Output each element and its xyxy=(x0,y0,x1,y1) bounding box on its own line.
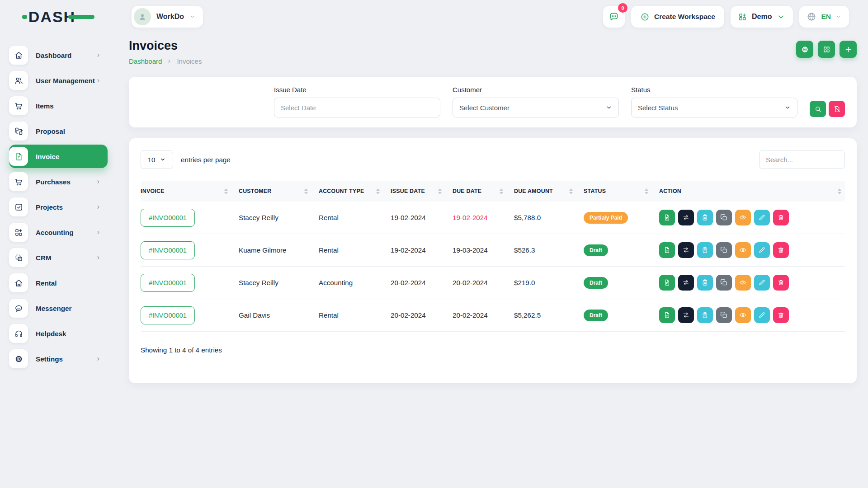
table-search-input[interactable] xyxy=(759,150,845,169)
sidebar-item-settings[interactable]: Settings xyxy=(9,347,108,371)
copy-action-button[interactable] xyxy=(716,210,732,225)
chevron-right-icon xyxy=(95,78,101,84)
edit-action-button[interactable] xyxy=(754,307,770,323)
file-action-button[interactable] xyxy=(659,210,675,225)
view-action-button[interactable] xyxy=(735,307,751,323)
copy-icon xyxy=(720,214,728,221)
clipboard-action-button[interactable] xyxy=(697,275,713,291)
sidebar-item-rental[interactable]: Rental xyxy=(9,271,108,295)
sidebar-item-label: User Management xyxy=(36,77,95,84)
delete-action-button[interactable] xyxy=(773,242,789,258)
sidebar-item-accounting[interactable]: Accounting xyxy=(9,221,108,244)
invoice-number-link[interactable]: #INVO00001 xyxy=(141,209,195,227)
copy-action-button[interactable] xyxy=(716,307,732,323)
view-action-button[interactable] xyxy=(735,275,751,291)
column-header-due-date[interactable]: DUE DATE xyxy=(453,181,514,202)
sort-icon xyxy=(376,188,380,194)
column-header-issue-date[interactable]: ISSUE DATE xyxy=(391,181,453,202)
trash-icon xyxy=(777,311,785,319)
column-header-invoice[interactable]: INVOICE xyxy=(141,181,239,202)
table-header-row: INVOICE CUSTOMER ACCOUNT TYPE ISSUE DATE… xyxy=(141,181,845,202)
delete-action-button[interactable] xyxy=(773,210,789,225)
sidebar-item-dashboard[interactable]: Dashboard xyxy=(9,43,108,67)
delete-action-button[interactable] xyxy=(773,275,789,291)
issue-date-cell: 19-02-2024 xyxy=(391,202,453,234)
sidebar-item-label: Accounting xyxy=(36,229,74,236)
create-workspace-button[interactable]: Create Workspace xyxy=(631,6,724,28)
invoice-number-link[interactable]: #INVO00001 xyxy=(141,306,195,324)
reset-filter-button[interactable] xyxy=(829,101,845,117)
language-selector[interactable]: EN xyxy=(799,6,849,28)
customer-field: Customer Select Customer xyxy=(453,86,619,127)
due-date-cell: 20-02-2024 xyxy=(453,299,514,331)
edit-action-button[interactable] xyxy=(754,242,770,258)
file-action-button[interactable] xyxy=(659,242,675,258)
convert-action-button[interactable] xyxy=(678,275,694,291)
convert-action-button[interactable] xyxy=(678,242,694,258)
due-amount-cell: $219.0 xyxy=(514,267,584,299)
entries-per-page-select[interactable]: 10 xyxy=(141,150,173,169)
clipboard-action-button[interactable] xyxy=(697,307,713,323)
sidebar-item-helpdesk[interactable]: Helpdesk xyxy=(9,322,108,345)
invoice-icon xyxy=(9,147,28,166)
frames-icon xyxy=(9,248,28,267)
clipboard-action-button[interactable] xyxy=(697,210,713,225)
customer-select[interactable]: Select Customer xyxy=(453,98,619,117)
sidebar-item-crm[interactable]: CRM xyxy=(9,246,108,269)
eye-icon xyxy=(739,246,747,254)
notification-badge: 0 xyxy=(618,3,627,13)
sidebar-item-projects[interactable]: Projects xyxy=(9,195,108,219)
workspace-name: WorkDo xyxy=(156,13,184,21)
copy-icon xyxy=(720,279,728,286)
chevron-down-icon xyxy=(605,104,613,111)
convert-action-button[interactable] xyxy=(678,210,694,225)
invoice-number-link[interactable]: #INVO00001 xyxy=(141,274,195,292)
add-invoice-button[interactable] xyxy=(840,41,857,58)
copy-action-button[interactable] xyxy=(716,275,732,291)
sidebar-item-invoice[interactable]: Invoice xyxy=(9,145,108,168)
due-amount-cell: $526.3 xyxy=(514,234,584,266)
view-action-button[interactable] xyxy=(735,242,751,258)
eye-icon xyxy=(739,311,747,319)
column-header-account-type[interactable]: ACCOUNT TYPE xyxy=(319,181,391,202)
file-action-button[interactable] xyxy=(659,275,675,291)
search-icon xyxy=(814,105,822,113)
top-header: DASH WorkDo 0 Create Workspace Demo EN xyxy=(0,0,868,33)
view-action-button[interactable] xyxy=(735,210,751,225)
delete-action-button[interactable] xyxy=(773,307,789,323)
clipboard-action-button[interactable] xyxy=(697,242,713,258)
edit-action-button[interactable] xyxy=(754,275,770,291)
column-header-customer[interactable]: CUSTOMER xyxy=(239,181,319,202)
notifications-button[interactable]: 0 xyxy=(603,6,625,28)
breadcrumb-dashboard-link[interactable]: Dashboard xyxy=(129,57,162,65)
workspace-switcher[interactable]: WorkDo xyxy=(132,6,203,28)
issue-date-input[interactable] xyxy=(274,98,440,117)
copy-action-button[interactable] xyxy=(716,242,732,258)
language-label: EN xyxy=(821,13,831,21)
chevron-right-icon xyxy=(166,58,172,64)
home-icon xyxy=(9,273,28,292)
sidebar-item-user-management[interactable]: User Management xyxy=(9,69,108,92)
file-action-button[interactable] xyxy=(659,307,675,323)
column-header-due-amount[interactable]: DUE AMOUNT xyxy=(514,181,584,202)
settings-button[interactable] xyxy=(796,41,813,58)
convert-action-button[interactable] xyxy=(678,307,694,323)
grid-view-button[interactable] xyxy=(818,41,835,58)
breadcrumb: Dashboard Invoices xyxy=(129,57,202,65)
swap-icon xyxy=(682,214,690,221)
column-header-status[interactable]: STATUS xyxy=(584,181,659,202)
status-badge: Partialy Paid xyxy=(584,212,628,224)
apply-filter-button[interactable] xyxy=(810,101,826,117)
sort-icon xyxy=(500,188,503,194)
column-header-action[interactable]: ACTION xyxy=(659,181,845,202)
invoice-number-link[interactable]: #INVO00001 xyxy=(141,241,195,259)
cart-icon xyxy=(9,172,28,191)
sidebar-item-messenger[interactable]: Messenger xyxy=(9,296,108,320)
sidebar-item-purchases[interactable]: Purchases xyxy=(9,170,108,193)
demo-menu[interactable]: Demo xyxy=(731,6,793,28)
users-icon xyxy=(9,71,28,90)
status-select[interactable]: Select Status xyxy=(631,98,797,117)
sidebar-item-items[interactable]: Items xyxy=(9,94,108,117)
edit-action-button[interactable] xyxy=(754,210,770,225)
sidebar-item-proposal[interactable]: Proposal xyxy=(9,119,108,143)
